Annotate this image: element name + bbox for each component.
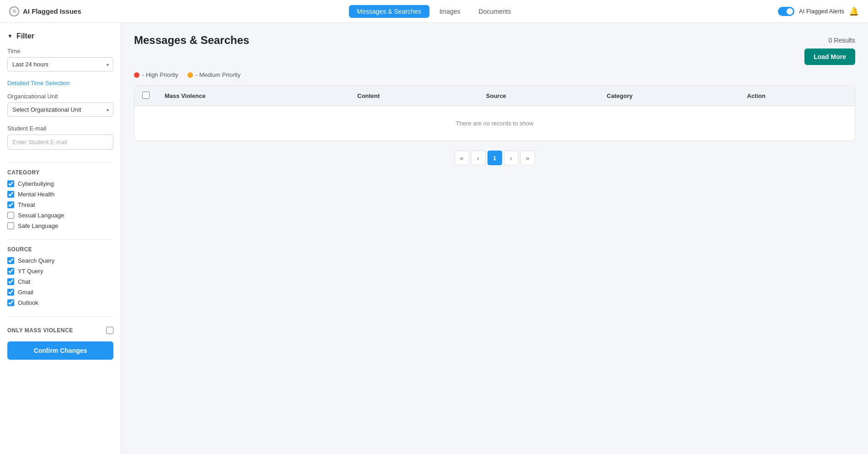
table-body: There are no records to show [134, 106, 855, 141]
main-content: Messages & Searches 0 Results Load More … [121, 23, 868, 454]
source-yt-query[interactable]: YT Query [7, 268, 113, 275]
category-threat-label: Threat [18, 201, 35, 208]
high-priority-legend: - High Priority [134, 71, 178, 78]
results-count: 0 Results [829, 37, 855, 44]
org-unit-group: Organizational Unit Select Organizationa… [7, 93, 113, 119]
no-records-row: There are no records to show [134, 106, 855, 141]
priority-legend: - High Priority - Medium Priority [134, 71, 855, 78]
high-priority-dot [134, 72, 139, 78]
source-section: SOURCE Search Query YT Query Chat Gmail … [7, 246, 113, 310]
time-select-wrapper: Last 24 hours Last 7 days Last 30 days C… [7, 57, 113, 71]
source-gmail[interactable]: Gmail [7, 289, 113, 296]
category-safe-language-label: Safe Language [18, 222, 58, 229]
pagination: « ‹ 1 › » [134, 141, 855, 174]
student-email-input[interactable] [7, 135, 113, 150]
category-section: CATEGORY Cyberbullying Mental Health Thr… [7, 169, 113, 233]
org-unit-select[interactable]: Select Organizational Unit [7, 103, 113, 117]
source-divider [7, 239, 113, 240]
source-chat-label: Chat [18, 278, 30, 285]
source-yt-query-label: YT Query [18, 268, 43, 275]
category-safe-language[interactable]: Safe Language [7, 222, 113, 229]
category-mental-health[interactable]: Mental Health [7, 191, 113, 198]
table-header: Mass Violence Content Source Category Ac… [134, 86, 855, 106]
category-mental-health-label: Mental Health [18, 191, 54, 198]
th-action: Action [740, 86, 855, 106]
app-logo: ⊙ AI Flagged Issues [9, 6, 128, 16]
detailed-time-link[interactable]: Detailed Time Selection [7, 80, 113, 86]
filter-icon: ▼ [7, 33, 13, 39]
category-divider [7, 162, 113, 163]
no-records-message: There are no records to show [134, 106, 855, 141]
source-outlook-label: Outlook [18, 299, 38, 306]
source-outlook[interactable]: Outlook [7, 299, 113, 306]
select-all-checkbox[interactable] [142, 92, 150, 99]
filter-heading: ▼ Filter [7, 32, 113, 40]
medium-priority-dot [188, 72, 193, 78]
category-threat[interactable]: Threat [7, 201, 113, 208]
org-unit-select-wrapper: Select Organizational Unit ▾ [7, 103, 113, 117]
logo-icon: ⊙ [9, 6, 19, 16]
results-table-container: Mass Violence Content Source Category Ac… [134, 86, 855, 141]
main-layout: ▼ Filter Time Last 24 hours Last 7 days … [0, 0, 868, 454]
category-cyberbullying[interactable]: Cyberbullying [7, 180, 113, 187]
header-right: AI Flagged Alerts 🔔 [740, 6, 859, 16]
source-search-query[interactable]: Search Query [7, 257, 113, 264]
only-mass-violence-row: ONLY MASS VIOLENCE [7, 327, 113, 334]
source-search-query-label: Search Query [18, 257, 54, 264]
high-priority-label: - High Priority [142, 71, 178, 78]
filter-title-text: Filter [16, 32, 34, 40]
sidebar: ▼ Filter Time Last 24 hours Last 7 days … [0, 23, 121, 454]
category-sexual-language-label: Sexual Language [18, 212, 64, 219]
source-gmail-label: Gmail [18, 289, 33, 296]
time-filter-group: Time Last 24 hours Last 7 days Last 30 d… [7, 48, 113, 73]
time-label: Time [7, 48, 113, 54]
page-title: Messages & Searches [134, 34, 249, 47]
header-right-actions: 0 Results Load More [804, 34, 855, 65]
tab-documents[interactable]: Documents [471, 5, 520, 18]
medium-priority-legend: - Medium Priority [188, 71, 241, 78]
pagination-next[interactable]: › [504, 151, 519, 165]
th-checkbox [134, 86, 157, 106]
app-title: AI Flagged Issues [23, 7, 81, 15]
pagination-page-1[interactable]: 1 [488, 151, 502, 165]
tab-messages-searches[interactable]: Messages & Searches [349, 5, 429, 18]
title-area: Messages & Searches [134, 34, 249, 47]
only-mass-violence-checkbox[interactable] [106, 327, 113, 334]
ai-flagged-alerts-toggle[interactable] [778, 7, 794, 16]
category-sexual-language[interactable]: Sexual Language [7, 212, 113, 219]
source-chat[interactable]: Chat [7, 278, 113, 285]
only-mass-violence-label: ONLY MASS VIOLENCE [7, 327, 73, 334]
table-header-row: Mass Violence Content Source Category Ac… [134, 86, 855, 106]
medium-priority-label: - Medium Priority [196, 71, 241, 78]
pagination-prev[interactable]: ‹ [471, 151, 486, 165]
category-section-title: CATEGORY [7, 169, 113, 176]
pagination-first[interactable]: « [455, 151, 469, 165]
main-nav: Messages & Searches Images Documents [128, 5, 740, 18]
confirm-changes-button[interactable]: Confirm Changes [7, 341, 113, 360]
org-unit-label: Organizational Unit [7, 93, 113, 100]
tab-images[interactable]: Images [431, 5, 469, 18]
th-content: Content [350, 86, 479, 106]
pagination-last[interactable]: » [520, 151, 535, 165]
student-email-group: Student E-mail [7, 125, 113, 150]
th-source: Source [479, 86, 600, 106]
results-table: Mass Violence Content Source Category Ac… [134, 86, 855, 141]
th-category: Category [600, 86, 740, 106]
mass-violence-divider [7, 316, 113, 317]
student-email-label: Student E-mail [7, 125, 113, 132]
source-section-title: SOURCE [7, 246, 113, 253]
bell-icon: 🔔 [849, 6, 859, 16]
category-cyberbullying-label: Cyberbullying [18, 180, 54, 187]
load-more-button[interactable]: Load More [804, 49, 855, 65]
main-header: Messages & Searches 0 Results Load More [134, 34, 855, 65]
app-header: ⊙ AI Flagged Issues Messages & Searches … [0, 0, 868, 23]
th-mass-violence: Mass Violence [157, 86, 350, 106]
toggle-label: AI Flagged Alerts [799, 8, 844, 15]
time-select[interactable]: Last 24 hours Last 7 days Last 30 days C… [7, 57, 113, 71]
